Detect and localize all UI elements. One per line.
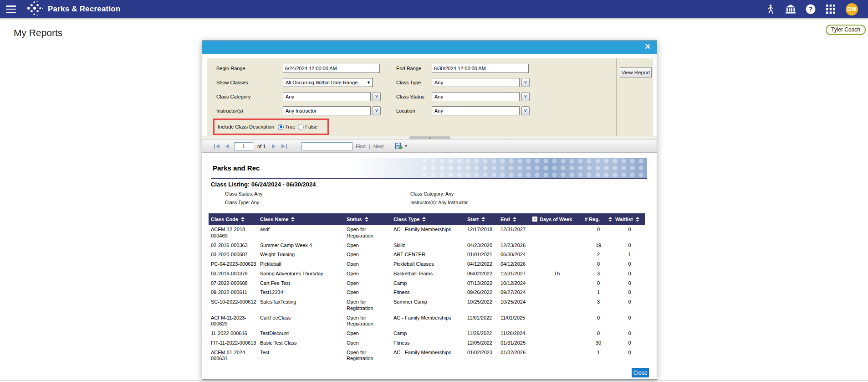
- column-header[interactable]: # Reg.: [582, 213, 613, 225]
- table-cell: 09/26/2022: [465, 288, 498, 297]
- table-cell: 09-2022-000611: [209, 288, 258, 297]
- begin-range-input[interactable]: [283, 64, 380, 73]
- filter-instructors: Instructor(s): Any Instructor: [410, 200, 468, 205]
- table-cell: 0: [613, 338, 645, 348]
- page-count-label: of 1: [257, 144, 266, 149]
- table-cell: 11/26/2024: [498, 329, 530, 338]
- table-cell: [530, 241, 582, 250]
- sort-icon[interactable]: [513, 217, 516, 222]
- bank-icon[interactable]: [786, 4, 796, 14]
- last-page-icon[interactable]: [280, 143, 287, 150]
- column-header: +Days of Week: [530, 213, 582, 225]
- app-bar: Parks & Recreation: [0, 0, 868, 18]
- svg-text:?: ?: [809, 5, 813, 13]
- table-cell: Open: [344, 269, 391, 279]
- close-button[interactable]: Close: [632, 368, 649, 377]
- apps-grid-icon[interactable]: [826, 4, 836, 14]
- include-class-description-annotation: Include Class Description True False: [213, 119, 329, 135]
- sort-icon[interactable]: [365, 217, 368, 222]
- table-cell: 0: [582, 279, 613, 288]
- table-cell: SC-10-2022-000612: [209, 297, 258, 313]
- table-cell: PC-04-2023-000623: [209, 259, 258, 269]
- table-cell: Open: [344, 338, 391, 348]
- view-report-button[interactable]: View Report: [620, 67, 652, 77]
- table-cell: 07-2022-000608: [209, 279, 258, 288]
- table-cell: 06/02/2022: [465, 269, 498, 279]
- report-subtitle: Class Listing: 06/24/2024 - 06/30/2024: [211, 181, 657, 188]
- prev-page-icon[interactable]: [224, 143, 231, 150]
- chevron-down-icon[interactable]: ˅: [521, 92, 530, 101]
- first-page-icon[interactable]: [213, 143, 220, 150]
- radio-unselected-icon[interactable]: [298, 124, 304, 130]
- column-header[interactable]: End: [498, 213, 530, 225]
- table-cell: Open for Registration: [344, 348, 391, 364]
- sort-icon[interactable]: [291, 217, 295, 222]
- user-badge[interactable]: Tyler Coach: [826, 25, 866, 35]
- table-cell: Pickleball: [258, 259, 344, 269]
- table-cell: Open for Registration: [344, 225, 391, 241]
- chevron-down-icon[interactable]: ˅: [521, 78, 530, 87]
- export-menu[interactable]: ▼: [395, 143, 408, 150]
- table-cell: Open: [344, 329, 391, 338]
- column-header[interactable]: Start: [465, 213, 498, 225]
- table-cell: Open: [344, 241, 391, 250]
- table-cell: Pickleball Classes: [391, 259, 465, 269]
- table-cell: 19: [582, 241, 613, 250]
- column-header[interactable]: Class Name: [258, 213, 344, 225]
- table-cell: 01/02/2023: [465, 348, 498, 364]
- table-cell: [530, 225, 582, 241]
- table-cell: 0: [613, 348, 645, 364]
- table-cell: Fitness: [391, 338, 465, 348]
- table-cell: ART CENTER: [391, 250, 465, 259]
- next-page-icon[interactable]: [270, 143, 277, 150]
- radio-selected-icon[interactable]: [278, 124, 284, 130]
- chevron-down-icon[interactable]: ˅: [373, 92, 381, 101]
- sort-icon[interactable]: [481, 217, 485, 222]
- include-description-false-radio[interactable]: False: [298, 124, 317, 130]
- include-description-true-radio[interactable]: True: [278, 124, 295, 130]
- table-cell: Skillz: [391, 241, 465, 250]
- help-icon[interactable]: ?: [806, 4, 816, 14]
- show-classes-select[interactable]: All Occurring Within Date Range ▼: [283, 78, 373, 87]
- table-cell: [530, 288, 582, 297]
- expand-days-icon[interactable]: +: [532, 217, 537, 222]
- end-range-input[interactable]: [432, 64, 529, 73]
- sort-icon[interactable]: [608, 217, 612, 222]
- table-cell: [530, 297, 582, 313]
- column-header[interactable]: Waitlist: [613, 213, 645, 225]
- column-header-label: Days of Week: [540, 217, 572, 222]
- next-link[interactable]: Next: [373, 144, 384, 149]
- table-row: 03-2020-000587Weight TrainingOpenART CEN…: [209, 250, 645, 259]
- column-header[interactable]: Class Type: [391, 213, 465, 225]
- table-cell: 01/31/2025: [498, 338, 530, 348]
- table-cell: 10/25/2024: [498, 297, 530, 313]
- export-caret-icon[interactable]: ▼: [404, 144, 408, 148]
- report-filter-summary: Class Status: Any Class Category: Any Cl…: [202, 191, 657, 209]
- table-cell: [530, 250, 582, 259]
- report-parameters-panel: Begin Range End Range Show Classes All O…: [207, 58, 653, 136]
- column-header-label: Class Code: [211, 217, 238, 222]
- sort-icon[interactable]: [422, 217, 426, 222]
- accessibility-icon[interactable]: [766, 4, 776, 14]
- splitter-handle-icon[interactable]: [409, 136, 450, 139]
- user-avatar[interactable]: DW: [846, 3, 858, 15]
- table-cell: TestDiscount: [258, 329, 344, 338]
- chevron-down-icon[interactable]: ˅: [373, 106, 381, 115]
- column-header[interactable]: Class Code: [209, 213, 258, 225]
- table-cell: [530, 313, 582, 329]
- table-cell: 0: [582, 329, 613, 338]
- find-text-input[interactable]: [301, 142, 352, 150]
- find-link[interactable]: Find: [356, 144, 365, 149]
- table-cell: Cart Fee Test: [258, 279, 344, 288]
- params-splitter[interactable]: [202, 136, 657, 139]
- page-number-input[interactable]: [234, 142, 253, 150]
- table-cell: 06/30/2024: [498, 250, 530, 259]
- dialog-close-icon[interactable]: ✕: [642, 42, 653, 52]
- column-header[interactable]: Status: [344, 213, 391, 225]
- menu-icon[interactable]: [6, 5, 16, 13]
- sort-icon[interactable]: [241, 217, 245, 222]
- sort-icon[interactable]: [636, 217, 639, 222]
- table-cell: 0: [613, 313, 645, 329]
- chevron-down-icon[interactable]: ˅: [521, 106, 530, 115]
- report-content-area: Parks and Rec Class Listing: 06/24/2024 …: [202, 153, 657, 363]
